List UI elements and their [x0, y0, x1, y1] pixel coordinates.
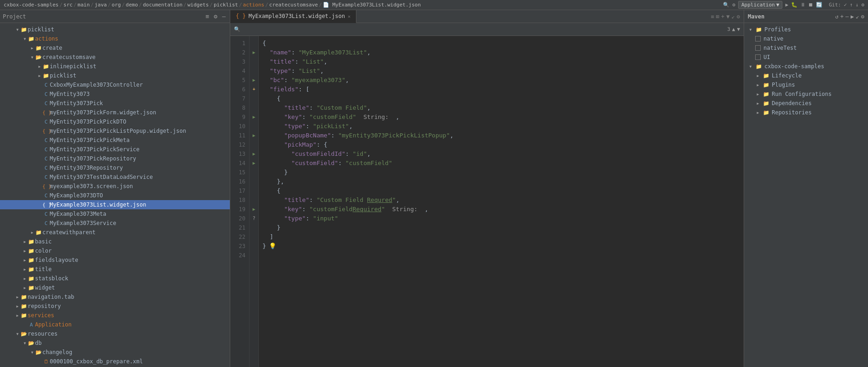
- tree-item-db-prepare[interactable]: 🗒 0000100_cxbox_db_prepare.xml: [0, 357, 230, 366]
- editor-area: { } MyExample3073List.widget.json ✕ ≡ ⊞ …: [230, 10, 744, 367]
- tree-item-repository2[interactable]: 📁 repository: [0, 302, 230, 311]
- code-line-10: "type": "pickList",: [262, 122, 744, 131]
- folder-icon-services: 📁: [20, 313, 28, 319]
- maven-profile-native[interactable]: native: [744, 34, 868, 43]
- tree-item-service[interactable]: C MyExample3073Service: [0, 219, 230, 228]
- json-icon: { }: [42, 184, 50, 189]
- folder-icon-nav: 📁: [20, 294, 28, 300]
- code-line-8: "title": "Custom Field",: [262, 103, 744, 112]
- tree-item-navigation-tab[interactable]: 📁 navigation.tab: [0, 292, 230, 302]
- java-class-icon: C: [42, 91, 50, 97]
- code-text[interactable]: { "name": "MyExample3073List", "title": …: [259, 36, 744, 367]
- code-line-19: "key": "customFieldRequired" String: ,: [262, 205, 744, 214]
- code-line-23: }💡: [262, 242, 744, 251]
- line-numbers: 1 2 3 4 5 6 7 8 9 10 11 12 13 14 15 16 1…: [230, 36, 250, 367]
- tree-item-services[interactable]: 📁 services: [0, 311, 230, 320]
- tree-item-screen[interactable]: { } myexample3073.screen.json: [0, 182, 230, 191]
- tree-item-repository[interactable]: C MyEntity3073Repository: [0, 163, 230, 172]
- java-class-icon: C: [42, 82, 50, 88]
- java-class-icon: C: [42, 220, 50, 226]
- tree-item-myentity3073pick[interactable]: C MyEntity3073Pick: [0, 99, 230, 108]
- tree-item-fieldslayoute[interactable]: 📁 fieldslayoute: [0, 255, 230, 265]
- tree-item-changelog[interactable]: 📂 changelog: [0, 348, 230, 357]
- maven-title: Maven: [748, 13, 764, 20]
- maven-plugins[interactable]: 📁 Plugins: [744, 80, 868, 89]
- folder-icon-title: 📁: [28, 266, 35, 272]
- tree-item-createwithparent[interactable]: 📁 createwithparent: [0, 228, 230, 237]
- tree-item-create[interactable]: 📁 create: [0, 43, 230, 53]
- tab-label: MyExample3073List.widget.json: [249, 13, 345, 19]
- tree-item-list-widget[interactable]: { } MyExample3073List.widget.json: [0, 200, 230, 209]
- tree-item-pickdto[interactable]: C MyEntity3073PickPickDTO: [0, 117, 230, 126]
- code-line-18: "title": "Custom Field Requred",: [262, 195, 744, 205]
- maven-run-configurations[interactable]: 📁 Run Configurations: [744, 89, 868, 99]
- tree-item-basic[interactable]: 📁 basic: [0, 237, 230, 246]
- tree-item-picklist2[interactable]: 📁 picklist: [0, 71, 230, 80]
- tree-item-inlinepicklist[interactable]: 📁 inlinepicklist: [0, 62, 230, 71]
- tree-item-title[interactable]: 📁 title: [0, 265, 230, 274]
- maven-profile-ui[interactable]: UI: [744, 53, 868, 62]
- tree-item-pickform[interactable]: { } myEntity3073PickForm.widget.json: [0, 108, 230, 117]
- profiles-label: Profiles: [764, 26, 791, 33]
- tree-item-dto[interactable]: C MyExample3073DTO: [0, 191, 230, 200]
- tree-item-myentity3073[interactable]: C MyEntity3073: [0, 89, 230, 99]
- maven-profile-nativetest[interactable]: nativeTest: [744, 43, 868, 53]
- tree-item-color[interactable]: 📁 color: [0, 246, 230, 255]
- folder-icon-inlinepicklist: 📁: [42, 64, 50, 70]
- tree-item-widget[interactable]: 📁 widget: [0, 283, 230, 292]
- code-line-2: "name": "MyExample3073List",: [262, 48, 744, 57]
- code-editor[interactable]: 1 2 3 4 5 6 7 8 9 10 11 12 13 14 15 16 1…: [230, 36, 744, 367]
- tab-icon: { }: [236, 13, 246, 19]
- maven-cxbox-code-samples[interactable]: 📁 cxbox-code-samples: [744, 62, 868, 71]
- tree-item-statsblock[interactable]: 📁 statsblock: [0, 274, 230, 283]
- left-sidebar: Project ≡ ⚙ – 📁 picklist 📁 actions: [0, 10, 230, 367]
- native-checkbox[interactable]: [755, 36, 761, 41]
- tree-item-picklistpopup[interactable]: { } myEntity3073PickPickListPopup.widget…: [0, 126, 230, 136]
- sidebar-layout-btn[interactable]: ≡: [204, 12, 211, 20]
- code-line-7: {: [262, 94, 744, 103]
- tab-bar: { } MyExample3073List.widget.json ✕ ≡ ⊞ …: [230, 10, 744, 23]
- folder-icon-plugins: 📁: [763, 82, 770, 88]
- editor-tab-active[interactable]: { } MyExample3073List.widget.json ✕: [230, 10, 356, 23]
- maven-repositories[interactable]: 📁 Repositories: [744, 108, 868, 117]
- code-line-16: },: [262, 177, 744, 186]
- folder-icon-color: 📁: [28, 248, 35, 254]
- ui-checkbox[interactable]: [755, 54, 761, 60]
- folder-icon-dependencies: 📁: [763, 101, 770, 107]
- maven-lifecycle[interactable]: 📁 Lifecycle: [744, 71, 868, 80]
- tree-item-picklist[interactable]: 📁 picklist: [0, 25, 230, 34]
- tree-item-pickmeta[interactable]: C MyEntity3073PickPickMeta: [0, 136, 230, 145]
- maven-dependencies[interactable]: 📁 Dependencies: [744, 99, 868, 108]
- nativetest-checkbox[interactable]: [755, 45, 761, 51]
- tree-item-testdataload[interactable]: C MyEntity3073TestDataLoadService: [0, 172, 230, 182]
- tree-item-controller[interactable]: C CxboxMyExample3073Controller: [0, 80, 230, 89]
- tree-item-meta[interactable]: C MyExample3073Meta: [0, 209, 230, 219]
- java-class-icon: C: [42, 156, 50, 162]
- sidebar-settings-btn[interactable]: ⚙: [212, 12, 219, 20]
- tree-item-pickrepository[interactable]: C MyEntity3073PickRepository: [0, 154, 230, 163]
- code-line-13: "customFieldId": "id",: [262, 149, 744, 159]
- file-tree: 📁 picklist 📁 actions 📁 create: [0, 23, 230, 367]
- editor-gutter: ▶ ▶ + ▶ ▶ ▶ ▶ ▶ ?: [250, 36, 259, 367]
- application-dropdown[interactable]: Application ▼: [738, 1, 782, 9]
- java-class-icon: C: [42, 211, 50, 217]
- java-class-icon: C: [42, 101, 50, 107]
- tree-item-pickservice[interactable]: C MyEntity3073PickPickService: [0, 145, 230, 154]
- tree-item-createcustomsave[interactable]: 📂 createcustomsave: [0, 53, 230, 62]
- json-icon-selected: { }: [42, 202, 50, 208]
- tree-item-resources[interactable]: 📂 resources: [0, 329, 230, 338]
- folder-icon-repo: 📁: [20, 303, 28, 309]
- folder-icon-profiles: 📁: [755, 27, 763, 33]
- tab-close-btn[interactable]: ✕: [348, 14, 350, 19]
- folder-icon-actions: 📁: [28, 36, 35, 42]
- tree-item-actions[interactable]: 📁 actions: [0, 34, 230, 43]
- code-line-9: "key": "customField" String: ,: [262, 112, 744, 122]
- sidebar-collapse-btn[interactable]: –: [221, 12, 227, 20]
- code-line-12: "pickMap": {: [262, 140, 744, 149]
- tree-item-application[interactable]: A Application: [0, 320, 230, 329]
- maven-profiles[interactable]: 📁 Profiles: [744, 25, 868, 34]
- folder-icon-createcustomsave: 📂: [35, 54, 42, 60]
- java-class-icon: C: [42, 165, 50, 171]
- tree-item-db[interactable]: 📂 db: [0, 338, 230, 348]
- breadcrumb: cxbox-code-samples / src / main / java /…: [4, 2, 421, 8]
